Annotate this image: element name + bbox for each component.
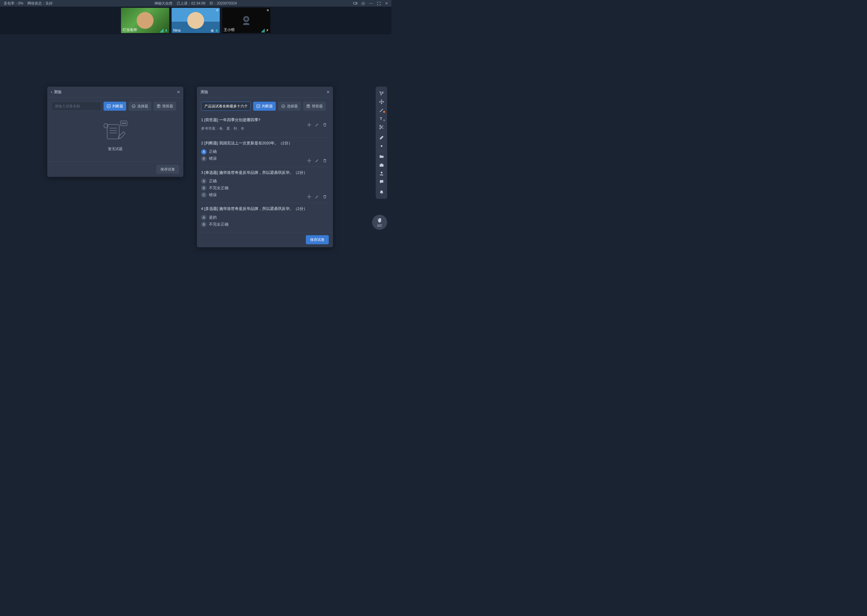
move-icon[interactable] <box>307 195 311 200</box>
question-title: 1 [简答题] 一年四季分别是哪四季? <box>201 117 327 123</box>
edit-icon[interactable] <box>315 159 319 163</box>
short-question-button[interactable]: T 简答题 <box>153 102 176 111</box>
svg-point-11 <box>132 105 136 108</box>
option-badge: B <box>201 156 207 162</box>
move-icon[interactable] <box>377 97 386 106</box>
video-tile[interactable]: ✕ 王小明 <box>222 8 270 33</box>
avatar <box>187 12 204 29</box>
pen-icon[interactable] <box>377 106 386 114</box>
option-label: 错误 <box>209 156 217 161</box>
option-label: 正确 <box>209 179 217 184</box>
participant-name: Nina <box>173 28 181 33</box>
question-actions <box>307 123 327 128</box>
option-badge: A <box>201 215 207 220</box>
option-label: 不完全正确 <box>209 222 229 227</box>
gear-icon[interactable] <box>361 1 366 6</box>
svg-text:T: T <box>380 116 382 121</box>
laser-icon[interactable] <box>377 141 386 150</box>
short-question-button[interactable]: T 简答题 <box>303 102 326 111</box>
eraser-icon[interactable] <box>377 133 386 141</box>
network-status: 网络状态：良好 <box>27 1 53 6</box>
close-icon[interactable]: ✕ <box>326 90 330 94</box>
save-paper-button[interactable]: 保存试卷 <box>306 235 329 244</box>
question-option[interactable]: A是的 <box>201 215 327 220</box>
delete-icon[interactable] <box>323 159 327 163</box>
participant-name: 叮当老师 <box>123 27 137 33</box>
option-label: 不完全正确 <box>209 185 229 191</box>
fullscreen-icon[interactable] <box>376 1 381 6</box>
question-title: 4 [多选题] 施华洛世奇是反华品牌，所以梁鼎琪反华。（2分） <box>201 206 327 212</box>
move-icon[interactable] <box>307 159 311 163</box>
video-tile[interactable]: ✕ Nina <box>172 8 220 33</box>
option-label: 错误 <box>209 193 217 198</box>
question-title: 2 [判断题] 我国宪法上一次更新是在2020年。（2分） <box>201 140 327 146</box>
question-item: 4 [多选题] 施华洛世奇是反华品牌，所以梁鼎琪反华。（2分）A是的B不完全正确… <box>201 203 327 228</box>
svg-text:T: T <box>158 105 159 107</box>
elapsed-time: 已上课：02:34:09 <box>177 1 205 6</box>
panel-header: 测验 ✕ <box>197 86 333 97</box>
video-tile[interactable]: 叮当老师 <box>121 8 169 33</box>
svg-point-34 <box>380 171 382 173</box>
edit-icon[interactable] <box>315 123 319 128</box>
delete-icon[interactable] <box>323 195 327 200</box>
question-option[interactable]: B不完全正确 <box>201 222 327 227</box>
question-option[interactable]: A正确 <box>201 178 327 184</box>
judge-question-button[interactable]: 判断题 <box>104 102 126 111</box>
minimize-icon[interactable]: — <box>369 1 373 6</box>
save-paper-button[interactable]: 保存试卷 <box>156 165 179 174</box>
question-actions <box>307 159 327 163</box>
paper-name-input[interactable] <box>52 102 101 111</box>
participant-name: 王小明 <box>224 27 235 33</box>
option-badge: A <box>201 149 207 155</box>
back-icon[interactable]: ‹ <box>51 90 52 94</box>
cursor-sparkle-icon[interactable] <box>377 89 386 97</box>
quiz-panel-right: 测验 ✕ 判断题 选择题 T 简答题 1 [简答题] 一年四季分别是哪四季?参 <box>197 86 333 247</box>
chat-icon[interactable] <box>377 178 386 186</box>
camera-icon[interactable] <box>353 1 358 6</box>
video-row: 叮当老师 ✕ Nina ✕ 王小明 <box>0 6 391 34</box>
right-toolbar: T <box>376 86 387 199</box>
signal-icon <box>160 29 164 33</box>
move-icon[interactable] <box>307 123 311 128</box>
panel-title: 测验 <box>200 90 208 95</box>
question-option[interactable]: A正确 <box>201 149 327 155</box>
close-icon[interactable]: ✕ <box>266 8 269 13</box>
edit-icon[interactable] <box>315 195 319 200</box>
choice-question-button[interactable]: 选择题 <box>278 102 301 111</box>
toolbox-icon[interactable] <box>377 160 386 169</box>
svg-rect-2 <box>166 30 167 31</box>
close-icon[interactable]: ✕ <box>177 90 180 94</box>
raise-hand-badge[interactable]: 0/2 <box>372 215 387 230</box>
user-icon[interactable] <box>377 169 386 178</box>
folder-icon[interactable] <box>377 152 386 160</box>
packet-loss: 丢包率：0% <box>4 1 23 6</box>
question-item: 1 [简答题] 一年四季分别是哪四季?参考答案：春、夏、秋、冬 <box>201 114 327 137</box>
svg-point-24 <box>282 105 285 108</box>
judge-question-button[interactable]: 判断题 <box>253 102 276 111</box>
text-icon[interactable]: T <box>377 114 386 123</box>
question-option[interactable]: B不完全正确 <box>201 185 327 191</box>
quiz-panel-left: ‹ 测验 ✕ 判断题 选择题 T 简答题 <box>47 86 183 177</box>
panel-title: 测验 <box>54 90 62 95</box>
top-bar: 丢包率：0% 网络状态：良好 神秘大自然 已上课：02:34:09 ID：202… <box>0 0 391 6</box>
svg-point-7 <box>245 17 248 20</box>
question-actions <box>307 195 327 200</box>
close-icon[interactable]: ✕ <box>384 1 389 6</box>
svg-rect-23 <box>257 105 260 108</box>
scissors-icon[interactable] <box>377 123 386 131</box>
bell-icon[interactable] <box>377 188 386 196</box>
close-icon[interactable]: ✕ <box>216 8 219 13</box>
delete-icon[interactable] <box>323 123 327 128</box>
mic-muted-icon <box>265 29 269 33</box>
svg-point-1 <box>363 3 364 4</box>
avatar <box>137 12 153 29</box>
paper-name-input[interactable] <box>201 102 251 111</box>
svg-point-20 <box>122 123 123 124</box>
svg-rect-33 <box>380 164 383 167</box>
choice-question-button[interactable]: 选择题 <box>129 102 151 111</box>
option-label: 是的 <box>209 215 217 220</box>
svg-point-28 <box>380 125 381 126</box>
hand-count: 0/2 <box>377 224 382 227</box>
svg-text:T: T <box>308 105 309 107</box>
hand-icon <box>377 217 383 223</box>
